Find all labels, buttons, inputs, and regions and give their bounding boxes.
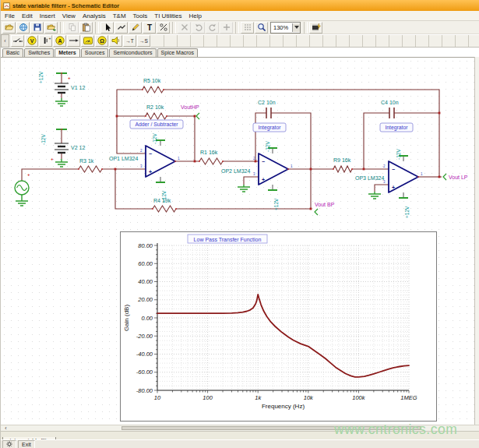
signal-s-tool-button[interactable]: →S <box>137 35 150 47</box>
annotation-integrator-2[interactable]: Integrator <box>380 123 413 132</box>
undo-button[interactable] <box>192 22 205 34</box>
menu-analysis[interactable]: Analysis <box>83 12 106 19</box>
svg-text:1: 1 <box>421 172 423 176</box>
svg-text:V: V <box>30 38 33 44</box>
ohmmeter-tool-button[interactable]: Ω <box>95 35 108 47</box>
menu-ti-utilities[interactable]: TI Utilities <box>154 12 181 19</box>
component-op2[interactable]: − + 2 3 1 OP2 LM324 -12V +12V <box>221 141 293 210</box>
menu-bar: File Edit Insert View Analysis T&M Tools… <box>1 11 479 21</box>
palette-tab-switches[interactable]: Switches <box>24 48 54 57</box>
ammeter-tool-button[interactable]: A <box>53 35 66 47</box>
palette-tab-spice-macros[interactable]: Spice Macros <box>157 48 198 57</box>
output-pin-icon <box>443 174 446 180</box>
grid-button[interactable] <box>241 22 254 34</box>
delete-button[interactable] <box>178 22 191 34</box>
menu-edit[interactable]: Edit <box>22 12 33 19</box>
speaker-tool-button[interactable] <box>109 35 122 47</box>
horizontal-scrollbar[interactable]: ‹ <box>1 425 479 431</box>
export-folder-button[interactable] <box>44 22 58 34</box>
zoom-level-value: 130% <box>273 24 292 31</box>
node-vout-lp[interactable]: Vout LP <box>443 174 468 180</box>
globe-button[interactable] <box>16 22 30 34</box>
label-plus12-rail: +12V <box>38 71 44 83</box>
palette-scroll-left-button[interactable]: ‹ <box>1 34 9 48</box>
svg-text:-20.00: -20.00 <box>136 333 153 340</box>
node-vout-hp[interactable]: VoutHP <box>181 104 199 119</box>
vertical-scrollbar[interactable] <box>474 57 479 425</box>
probe-tool-button[interactable] <box>67 35 80 47</box>
transfer-function-panel[interactable]: 80.0060.0040.0020.000.00-20.00-40.00-60.… <box>120 231 437 422</box>
schematic-canvas[interactable]: + V1 12 + V2 12 <box>1 57 474 425</box>
scrollbar-thumb[interactable] <box>122 426 421 430</box>
menu-insert[interactable]: Insert <box>40 12 55 19</box>
wire-cut-button[interactable] <box>157 22 170 34</box>
svg-text:100: 100 <box>203 394 213 401</box>
copy-icon <box>68 23 77 32</box>
app-window: state variable filterr - Schematic Edito… <box>0 0 479 448</box>
voltmeter-tool-button[interactable]: V <box>25 35 38 47</box>
battery-tester-icon: + <box>41 35 51 46</box>
menu-tm[interactable]: T&M <box>113 12 126 19</box>
open-button[interactable] <box>2 22 16 34</box>
wattmeter-tool-button[interactable] <box>81 35 94 47</box>
svg-text:Vout LP: Vout LP <box>449 175 468 180</box>
signal-s-icon: →S <box>138 35 150 46</box>
menu-file[interactable]: File <box>5 12 15 19</box>
toolbar-separator <box>235 22 239 34</box>
svg-text:40.00: 40.00 <box>138 278 153 285</box>
output-pin-icon <box>196 113 199 119</box>
zoom-level-dropdown-button[interactable] <box>292 23 300 32</box>
save-icon <box>33 23 42 32</box>
annotation-adder-subtracter[interactable]: Adder / Subtracter <box>130 120 183 129</box>
pencil-icon <box>131 23 140 32</box>
wire-button[interactable] <box>114 22 128 34</box>
exit-button[interactable]: Exit <box>18 440 35 448</box>
pencil-button[interactable] <box>129 22 142 34</box>
menu-help[interactable]: Help <box>188 12 201 19</box>
node-vout-bp[interactable]: Vout BP <box>315 202 335 215</box>
text-button[interactable]: T <box>143 22 156 34</box>
switch-tool-button[interactable] <box>11 35 24 47</box>
palette-tab-basic[interactable]: Basic <box>2 48 23 57</box>
open-icon <box>5 23 14 32</box>
component-v2[interactable]: + V2 12 <box>51 129 85 161</box>
status-bar: Exit <box>1 439 479 448</box>
wires[interactable] <box>22 73 442 209</box>
component-v1[interactable]: + V1 12 <box>55 73 85 93</box>
status-gear-panel[interactable] <box>2 440 16 448</box>
save-button[interactable] <box>30 22 44 34</box>
zoom-level-select[interactable]: 130% <box>270 22 301 34</box>
signal-t-tool-button[interactable]: →T <box>123 35 136 47</box>
label-r5: R5 10k <box>143 78 161 83</box>
component-op3[interactable]: − + 2 3 1 OP3 LM324 -12V +12V <box>355 149 423 218</box>
label-v2: V2 12 <box>71 145 85 150</box>
copy-button[interactable] <box>65 22 79 34</box>
zoom-magnifier-button[interactable] <box>255 22 268 34</box>
label-r3: R3 1k <box>79 158 94 164</box>
menu-tools[interactable]: Tools <box>133 12 148 19</box>
zoom-magnifier-icon <box>257 23 266 32</box>
annotation-integrator-1[interactable]: Integrator <box>253 123 286 132</box>
component-vg1[interactable]: + <box>15 172 30 195</box>
svg-text:3: 3 <box>140 164 143 168</box>
probe-icon <box>69 35 79 46</box>
select-arrow-icon <box>103 23 112 32</box>
title-bar[interactable]: state variable filterr - Schematic Edito… <box>1 0 479 11</box>
scroll-left-icon[interactable]: ‹ <box>2 425 9 431</box>
palette-tab-semiconductors[interactable]: Semiconductors <box>109 48 156 57</box>
svg-text:3: 3 <box>253 172 255 176</box>
menu-view[interactable]: View <box>62 12 76 19</box>
redo-button[interactable] <box>206 22 219 34</box>
battery-tester-tool-button[interactable]: + <box>39 35 52 47</box>
component-op1[interactable]: − + 2 3 1 OP1 LM324 -12V +12V <box>109 133 180 203</box>
svg-text:+: + <box>392 185 395 190</box>
palette-tab-sources[interactable]: Sources <box>81 48 109 57</box>
label-c4: C4 10n <box>381 100 399 105</box>
interactive-mode-button[interactable] <box>309 22 322 34</box>
svg-text:−: − <box>392 167 395 172</box>
paste-button[interactable] <box>79 22 93 34</box>
ohmmeter-icon: Ω <box>97 35 107 46</box>
main-toolbar: T 130% <box>1 21 479 34</box>
add-button[interactable] <box>220 22 233 34</box>
select-arrow-button[interactable] <box>100 22 114 34</box>
